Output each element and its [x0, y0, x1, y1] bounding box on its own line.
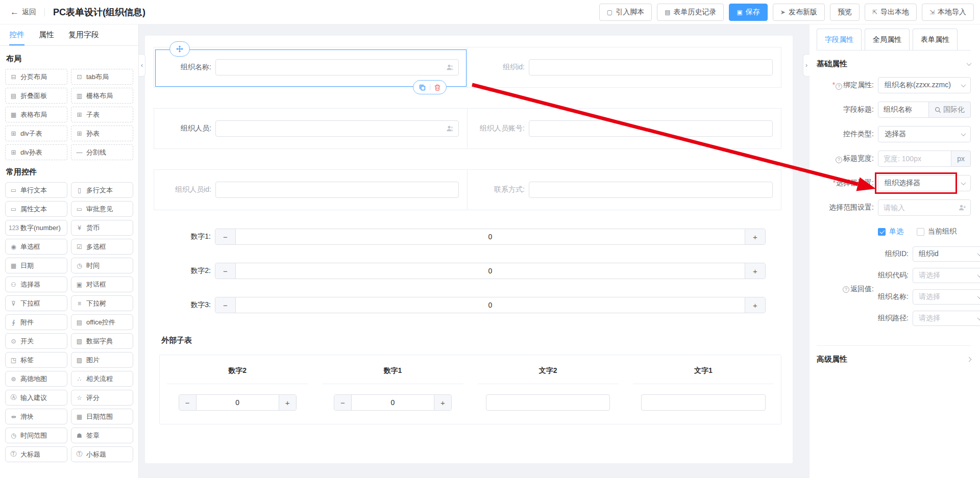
form-field-org-member[interactable]: 组织人员:: [154, 108, 468, 149]
single-select-checkbox[interactable]: 单选: [878, 227, 903, 236]
number-field-row[interactable]: 数字1: − 0 +: [154, 229, 766, 245]
palette-item[interactable]: ◳ 标签: [5, 352, 67, 368]
text-input[interactable]: [878, 150, 951, 167]
palette-item[interactable]: ⊙ 开关: [5, 333, 67, 349]
basic-properties-section-header[interactable]: 基础属性: [817, 51, 971, 77]
palette-item[interactable]: Ⓣ 大标题: [5, 446, 67, 462]
increase-button[interactable]: +: [745, 229, 765, 244]
palette-item[interactable]: ◉ 单选框: [5, 239, 67, 255]
append-button[interactable]: 国际化: [929, 102, 971, 118]
palette-item[interactable]: ⊞ div子表: [5, 125, 67, 141]
palette-item[interactable]: Ⓐ 输入建议: [5, 390, 67, 406]
sidebar-collapse-handle[interactable]: ‹: [139, 54, 145, 77]
preview-button[interactable]: 预览: [830, 4, 860, 21]
palette-item[interactable]: ⇹ 滑块: [5, 409, 67, 424]
palette-item[interactable]: ▯ 多行文本: [71, 182, 133, 198]
delete-button[interactable]: [434, 84, 441, 91]
decrease-button[interactable]: −: [334, 395, 352, 410]
palette-item[interactable]: ▧ 数据字典: [71, 333, 133, 349]
panel-collapse-handle[interactable]: ›: [803, 54, 810, 77]
select-control[interactable]: 组织名称(zzxx.zzmc): [878, 77, 971, 93]
palette-item[interactable]: ∴ 相关流程: [71, 371, 133, 387]
stepper-value[interactable]: 0: [236, 229, 745, 244]
append-button[interactable]: px: [951, 150, 971, 167]
stepper-value[interactable]: 0: [236, 263, 745, 279]
palette-item[interactable]: ▭ 属性文本: [5, 201, 67, 217]
palette-item[interactable]: ☆ 评分: [71, 390, 133, 406]
org-name-input[interactable]: [215, 59, 459, 76]
palette-item[interactable]: ≡ 下拉树: [71, 295, 133, 311]
increase-button[interactable]: +: [745, 297, 765, 313]
select-control[interactable]: 请选择: [913, 289, 980, 305]
advanced-properties-section-header[interactable]: 高级属性: [817, 345, 971, 373]
stepper-value[interactable]: 0: [352, 395, 434, 410]
palette-item[interactable]: ∮ 附件: [5, 314, 67, 330]
sidebar-tab-reuse-fields[interactable]: 复用字段: [68, 24, 99, 45]
palette-item[interactable]: Ⓣ 小标题: [71, 446, 133, 462]
text-input[interactable]: [878, 199, 971, 216]
org-id-input[interactable]: [529, 59, 773, 76]
publish-button[interactable]: ➤ 发布新版: [773, 4, 825, 21]
palette-item[interactable]: ¥ 货币: [71, 220, 133, 236]
palette-item[interactable]: ⚇ 选择器: [5, 276, 67, 292]
number-field-row[interactable]: 数字2: − 0 +: [154, 263, 766, 279]
form-history-button[interactable]: ▤ 表单历史记录: [657, 4, 724, 21]
select-control[interactable]: 请选择: [913, 268, 980, 283]
subtable-text-input[interactable]: [486, 394, 610, 411]
palette-item[interactable]: ▤ office控件: [71, 314, 133, 330]
stepper-value[interactable]: 0: [197, 395, 279, 410]
org-member-input[interactable]: [215, 120, 459, 137]
palette-item[interactable]: ⊽ 下拉框: [5, 295, 67, 311]
form-field-org-member-id[interactable]: 组织人员id:: [154, 169, 468, 210]
palette-item[interactable]: ☑ 多选框: [71, 239, 133, 255]
form-field-org-member-account[interactable]: 组织人员账号:: [468, 108, 781, 149]
contact-input[interactable]: [529, 182, 773, 198]
stepper-value[interactable]: 0: [236, 297, 745, 313]
org-member-id-input[interactable]: [215, 182, 459, 198]
increase-button[interactable]: +: [434, 395, 451, 410]
select-control[interactable]: 选择器: [878, 126, 971, 142]
move-handle[interactable]: [169, 41, 190, 57]
form-field-org-id[interactable]: 组织id:: [468, 47, 781, 88]
palette-item[interactable]: ▭ 单行文本: [5, 182, 67, 198]
palette-item[interactable]: ⊞ 孙表: [71, 125, 133, 141]
palette-item[interactable]: 123 数字(number): [5, 220, 67, 236]
palette-item[interactable]: ▦ 表格布局: [5, 107, 67, 122]
back-button[interactable]: ← 返回: [10, 8, 36, 17]
palette-item[interactable]: ▨ 图片: [71, 352, 133, 368]
save-button[interactable]: ▣ 保存: [729, 4, 767, 21]
palette-item[interactable]: ⊞ 子表: [71, 107, 133, 122]
palette-item[interactable]: ▣ 对话框: [71, 276, 133, 292]
palette-item[interactable]: ⊚ 高德地图: [5, 371, 67, 387]
form-field-org-name[interactable]: 组织名称:: [154, 47, 468, 88]
import-script-button[interactable]: ▢ 引入脚本: [599, 4, 652, 21]
increase-button[interactable]: +: [279, 395, 296, 410]
org-member-account-input[interactable]: [529, 120, 773, 137]
decrease-button[interactable]: −: [179, 395, 197, 410]
export-local-button[interactable]: ⇱ 导出本地: [865, 4, 917, 21]
number-field-row[interactable]: 数字3: − 0 +: [154, 297, 766, 313]
palette-item[interactable]: ◷ 时间: [71, 258, 133, 273]
form-field-contact[interactable]: 联系方式:: [468, 169, 781, 210]
decrease-button[interactable]: −: [215, 297, 236, 313]
palette-item[interactable]: ☗ 签章: [71, 427, 133, 443]
subtable-text-input[interactable]: [641, 394, 765, 411]
sidebar-tab-controls[interactable]: 控件: [9, 24, 24, 45]
sidebar-tab-properties[interactable]: 属性: [39, 24, 54, 45]
import-local-button[interactable]: ⇲ 本地导入: [922, 4, 974, 21]
palette-item[interactable]: ▥ 栅格布局: [71, 88, 133, 104]
tab-form-properties[interactable]: 表单属性: [913, 29, 958, 50]
palette-item[interactable]: ⊞ div孙表: [5, 144, 67, 160]
palette-item[interactable]: ▤ 折叠面板: [5, 88, 67, 104]
text-input[interactable]: [878, 102, 929, 118]
palette-item[interactable]: ▭ 审批意见: [71, 201, 133, 217]
palette-item[interactable]: ◷ 时间范围: [5, 427, 67, 443]
increase-button[interactable]: +: [745, 263, 765, 279]
palette-item[interactable]: ⊡ tab布局: [71, 69, 133, 85]
decrease-button[interactable]: −: [215, 263, 236, 279]
palette-item[interactable]: ▦ 日期范围: [71, 409, 133, 424]
decrease-button[interactable]: −: [215, 229, 236, 244]
copy-button[interactable]: [419, 84, 426, 91]
tab-global-properties[interactable]: 全局属性: [865, 29, 910, 50]
palette-item[interactable]: ⊟ 分页布局: [5, 69, 67, 85]
